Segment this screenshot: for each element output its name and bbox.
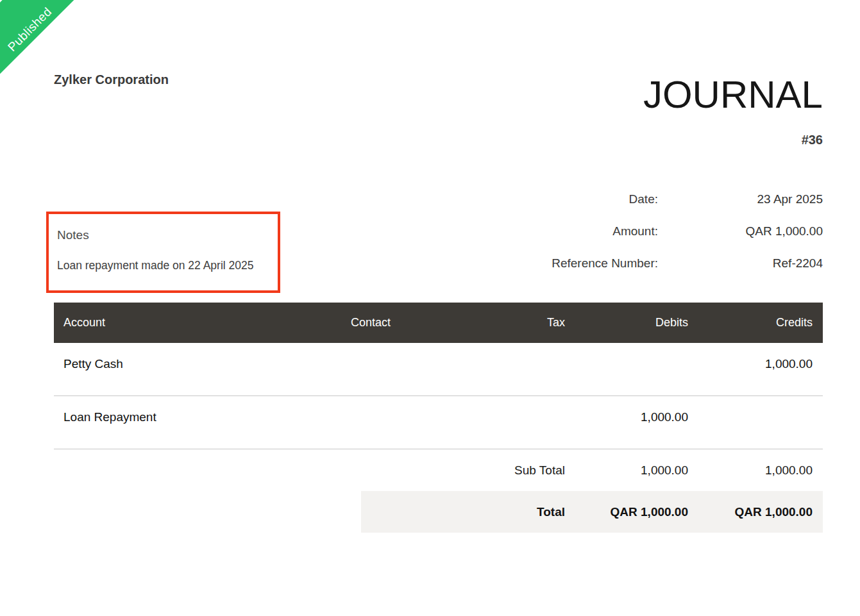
header-tax: Tax — [448, 316, 575, 329]
subtotal-debits: 1,000.00 — [575, 463, 698, 478]
table-row: Loan Repayment 1,000.00 — [54, 396, 823, 449]
header-debits: Debits — [575, 316, 698, 329]
subtotal-row: Sub Total 1,000.00 1,000.00 — [54, 449, 823, 491]
row-debits: 1,000.00 — [575, 410, 698, 424]
journal-table: Account Contact Tax Debits Credits Petty… — [54, 303, 823, 533]
total-spacer — [54, 491, 361, 533]
document-number: #36 — [802, 133, 823, 147]
subtotal-credits: 1,000.00 — [698, 463, 823, 478]
meta-row-amount: Amount: QAR 1,000.00 — [487, 225, 823, 238]
row-credits: 1,000.00 — [698, 357, 823, 371]
reference-number-label: Reference Number: — [487, 257, 658, 270]
meta-row-date: Date: 23 Apr 2025 — [487, 193, 823, 206]
notes-label: Notes — [57, 228, 271, 242]
date-value: 23 Apr 2025 — [658, 193, 823, 206]
amount-value: QAR 1,000.00 — [658, 225, 823, 238]
document-title: JOURNAL — [643, 76, 823, 114]
row-account: Loan Repayment — [54, 410, 341, 424]
subtotal-label: Sub Total — [361, 463, 575, 478]
total-debits: QAR 1,000.00 — [575, 505, 698, 519]
row-account: Petty Cash — [54, 357, 341, 371]
total-label: Total — [361, 505, 575, 519]
notes-text: Loan repayment made on 22 April 2025 — [57, 259, 271, 272]
header-account: Account — [54, 316, 341, 329]
journal-document: Published Zylker Corporation JOURNAL #36… — [0, 0, 860, 616]
reference-number-value: Ref-2204 — [658, 257, 823, 270]
document-meta: Date: 23 Apr 2025 Amount: QAR 1,000.00 R… — [487, 193, 823, 289]
table-row: Petty Cash 1,000.00 — [54, 343, 823, 396]
total-credits: QAR 1,000.00 — [698, 505, 823, 519]
total-row: Total QAR 1,000.00 QAR 1,000.00 — [54, 491, 823, 533]
notes-highlight-box: Notes Loan repayment made on 22 April 20… — [46, 212, 280, 293]
published-ribbon-label: Published — [5, 5, 55, 54]
company-name: Zylker Corporation — [54, 72, 169, 87]
header-credits: Credits — [698, 316, 823, 329]
subtotal-spacer — [54, 449, 361, 491]
date-label: Date: — [487, 193, 658, 206]
published-ribbon: Published — [0, 0, 114, 114]
table-header-row: Account Contact Tax Debits Credits — [54, 303, 823, 343]
header-contact: Contact — [341, 316, 448, 329]
amount-label: Amount: — [487, 225, 658, 238]
meta-row-reference-number: Reference Number: Ref-2204 — [487, 257, 823, 270]
